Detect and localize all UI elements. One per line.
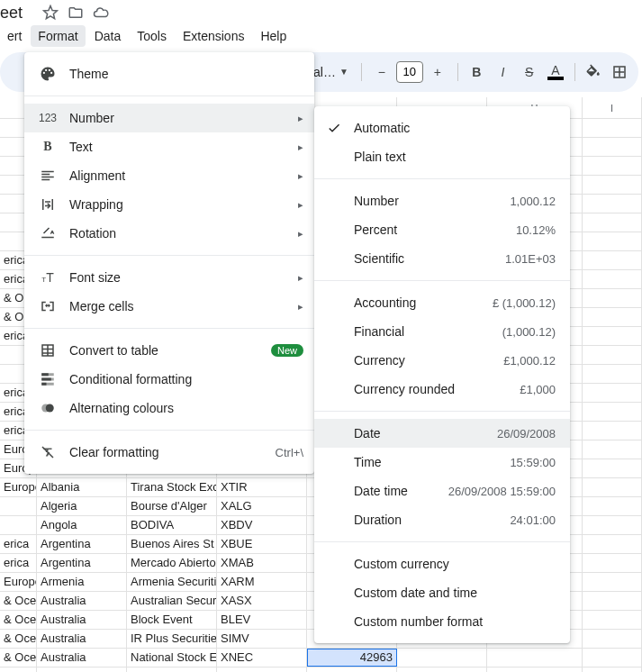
cell[interactable]: & Ocea [0, 630, 37, 648]
cell[interactable] [487, 667, 583, 672]
cell[interactable] [583, 176, 642, 194]
cell[interactable]: & Ocea [0, 611, 37, 629]
cell[interactable]: 42963 [307, 649, 397, 667]
cell[interactable]: Tirana Stock Exc [127, 478, 217, 496]
number-format-financial[interactable]: Financial(1,000.12) [314, 317, 570, 346]
cell[interactable]: XNEC [217, 649, 307, 667]
cell[interactable] [583, 232, 642, 250]
menu-help[interactable]: Help [253, 25, 294, 47]
cell[interactable] [583, 592, 642, 610]
cell[interactable]: BODIVA [127, 516, 217, 534]
cell[interactable] [583, 119, 642, 137]
font-family-dropdown[interactable]: al… ▼ [308, 65, 354, 79]
cell[interactable]: XTIR [217, 478, 307, 496]
cell[interactable] [0, 497, 37, 515]
cell[interactable] [487, 649, 583, 667]
cell[interactable]: Block Event [127, 611, 217, 629]
cell[interactable]: & Ocea [0, 649, 37, 667]
number-format-number[interactable]: Number1,000.12 [314, 186, 570, 215]
cell[interactable] [583, 195, 642, 213]
cell[interactable] [0, 516, 37, 534]
number-format-date-time[interactable]: Date time26/09/2008 15:59:00 [314, 477, 570, 505]
table-row[interactable]: & OceaAustraliaSydney Stock ExAPXL42963 [0, 667, 642, 672]
strikethrough-button[interactable]: S [518, 59, 540, 85]
star-icon[interactable] [42, 5, 59, 21]
table-row[interactable]: & OceaAustraliaNational Stock EXNEC42963 [0, 649, 642, 667]
cell[interactable]: BLEV [217, 611, 307, 629]
cell[interactable] [583, 649, 642, 667]
number-format-date[interactable]: Date26/09/2008 [314, 419, 570, 448]
number-format-custom-date-and-time[interactable]: Custom date and time [314, 578, 570, 607]
cell[interactable]: erica [0, 554, 37, 572]
cell[interactable]: Argentina [37, 554, 127, 572]
cell[interactable] [583, 611, 642, 629]
cell[interactable]: Algeria [37, 497, 127, 515]
number-format-percent[interactable]: Percent10.12% [314, 215, 570, 244]
bold-button[interactable]: B [466, 59, 488, 85]
cell[interactable] [397, 649, 487, 667]
menu-extensions[interactable]: Extensions [176, 25, 251, 47]
menu-data[interactable]: Data [87, 25, 129, 47]
cell[interactable]: Australia [37, 611, 127, 629]
number-format-accounting[interactable]: Accounting£ (1,000.12) [314, 288, 570, 317]
cell[interactable]: XASX [217, 592, 307, 610]
cell[interactable] [583, 516, 642, 534]
increase-font-size-button[interactable]: + [425, 59, 450, 85]
cell[interactable] [583, 440, 642, 459]
cell[interactable]: Australia [37, 667, 127, 672]
number-format-duration[interactable]: Duration24:01:00 [314, 505, 570, 534]
cell[interactable]: Armenia [37, 573, 127, 591]
number-format-currency[interactable]: Currency£1,000.12 [314, 346, 570, 375]
format-menu-number[interactable]: 123Number▸ [24, 104, 314, 132]
cell[interactable] [397, 667, 487, 672]
format-menu-alignment[interactable]: Alignment▸ [24, 161, 314, 190]
cloud-status-icon[interactable] [93, 5, 109, 21]
format-menu-alternating-colours[interactable]: Alternating colours [24, 394, 314, 422]
cell[interactable] [583, 497, 642, 515]
format-menu-merge-cells[interactable]: Merge cells▸ [24, 292, 314, 321]
cell[interactable]: Australian Secur [127, 592, 217, 610]
cell[interactable]: XARM [217, 573, 307, 591]
cell[interactable] [583, 573, 642, 591]
number-format-currency-rounded[interactable]: Currency rounded£1,000 [314, 375, 570, 404]
cell[interactable] [583, 270, 642, 288]
cell[interactable]: Argentina [37, 535, 127, 553]
format-menu-convert-to-table[interactable]: Convert to tableNew [24, 336, 314, 365]
cell[interactable]: Albania [37, 478, 127, 496]
menu-format[interactable]: Format [31, 25, 85, 47]
format-menu-rotation[interactable]: Rotation▸ [24, 219, 314, 248]
cell[interactable] [583, 289, 642, 307]
cell[interactable]: Mercado Abierto [127, 554, 217, 572]
cell[interactable]: Europe [0, 478, 37, 496]
cell[interactable] [583, 535, 642, 553]
cell[interactable]: Angola [37, 516, 127, 534]
decrease-font-size-button[interactable]: − [369, 59, 394, 85]
cell[interactable]: & Ocea [0, 667, 37, 672]
cell[interactable] [583, 384, 642, 402]
number-format-plain-text[interactable]: Plain text [314, 142, 570, 171]
cell[interactable]: IR Plus Securitie [127, 630, 217, 648]
cell[interactable] [583, 308, 642, 326]
cell[interactable] [583, 422, 642, 440]
cell[interactable]: National Stock E [127, 649, 217, 667]
number-format-time[interactable]: Time15:59:00 [314, 448, 570, 477]
cell[interactable]: Australia [37, 630, 127, 648]
cell[interactable]: XBUE [217, 535, 307, 553]
cell[interactable]: Sydney Stock Ex [127, 667, 217, 672]
cell[interactable]: & Ocea [0, 592, 37, 610]
cell[interactable]: Armenia Securiti [127, 573, 217, 591]
cell[interactable]: SIMV [217, 630, 307, 648]
number-format-custom-currency[interactable]: Custom currency [314, 549, 570, 578]
cell[interactable] [583, 403, 642, 421]
cell[interactable]: Buenos Aires St [127, 535, 217, 553]
cell[interactable] [583, 459, 642, 477]
number-format-scientific[interactable]: Scientific1.01E+03 [314, 244, 570, 273]
cell[interactable] [583, 138, 642, 156]
format-menu-clear-formatting[interactable]: Clear formattingCtrl+\ [24, 438, 314, 467]
cell[interactable] [583, 327, 642, 345]
column-header-I[interactable]: I [583, 97, 642, 118]
cell[interactable]: XALG [217, 497, 307, 515]
format-menu-wrapping[interactable]: Wrapping▸ [24, 190, 314, 219]
cell[interactable] [583, 630, 642, 648]
borders-button[interactable] [609, 59, 631, 85]
